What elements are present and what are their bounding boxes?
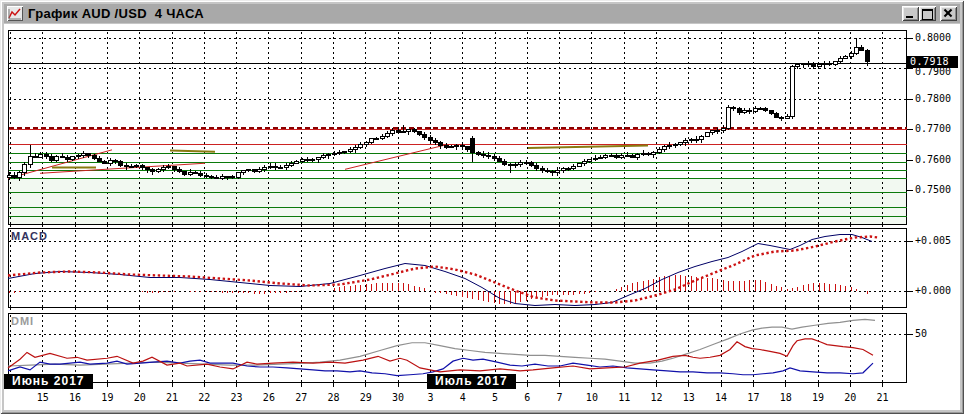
maximize-icon — [922, 9, 933, 20]
price-panel[interactable] — [8, 30, 906, 224]
title-bar[interactable]: График AUD /USD 4 ЧАСА — [4, 4, 960, 23]
x-axis-label: 23 — [224, 392, 250, 404]
current-price-badge: 0.7918 — [907, 56, 958, 68]
chart-icon — [7, 6, 23, 21]
x-axis-label: 30 — [385, 392, 411, 404]
price-axis-label: 0.8000 — [915, 32, 951, 44]
macd-panel[interactable] — [8, 228, 906, 307]
x-axis-label: 20 — [837, 392, 863, 404]
x-axis-label: 19 — [805, 392, 831, 404]
x-axis-label: 27 — [288, 392, 314, 404]
x-axis-label: 19 — [94, 392, 120, 404]
close-button[interactable] — [940, 6, 957, 21]
x-axis-label: 12 — [644, 392, 670, 404]
x-axis-label: 15 — [30, 392, 56, 404]
price-axis-label: 0.7700 — [915, 123, 951, 135]
window-controls — [902, 6, 957, 21]
x-axis-label: 16 — [62, 392, 88, 404]
x-axis-label: 21 — [159, 392, 185, 404]
x-axis-label: 28 — [321, 392, 347, 404]
x-axis-label: 13 — [676, 392, 702, 404]
x-axis-label: 20 — [127, 392, 153, 404]
maximize-button[interactable] — [919, 6, 936, 21]
x-axis-label: 14 — [708, 392, 734, 404]
macd-axis-label: +0.005 — [915, 235, 951, 247]
x-axis-label: 7 — [547, 392, 573, 404]
window-title: График AUD /USD 4 ЧАСА — [28, 6, 204, 21]
dmi-panel[interactable] — [8, 313, 906, 382]
x-axis-label: 10 — [579, 392, 605, 404]
x-axis-label: 21 — [870, 392, 896, 404]
x-axis-label: 4 — [450, 392, 476, 404]
dmi-axis-label: 50 — [915, 328, 927, 340]
x-axis-label: 29 — [353, 392, 379, 404]
x-axis-label: 18 — [773, 392, 799, 404]
x-axis-label: 11 — [611, 392, 637, 404]
x-axis-label: 17 — [740, 392, 766, 404]
x-axis-label: 26 — [256, 392, 282, 404]
x-axis-label: 22 — [191, 392, 217, 404]
x-axis-label: 3 — [417, 392, 443, 404]
x-axis-label: 6 — [514, 392, 540, 404]
macd-axis-label: +0.000 — [915, 285, 951, 297]
price-axis-label: 0.7500 — [915, 184, 951, 196]
minimize-icon — [906, 16, 913, 18]
price-axis-label: 0.7600 — [915, 154, 951, 166]
app-window: График AUD /USD 4 ЧАСА MACD DMI 0.7918 И… — [0, 0, 964, 414]
x-axis-label: 5 — [482, 392, 508, 404]
minimize-button[interactable] — [902, 6, 919, 21]
price-axis-label: 0.7800 — [915, 93, 951, 105]
